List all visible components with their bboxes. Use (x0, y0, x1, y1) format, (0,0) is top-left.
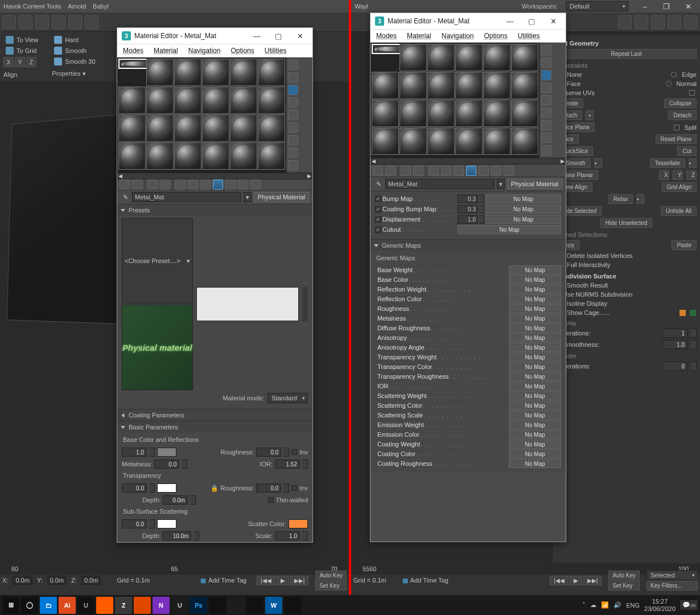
map-slot-button[interactable]: No Map (509, 362, 561, 371)
add-time-tag[interactable]: Add Time Tag (208, 577, 246, 584)
notification-icon[interactable]: 💬20 (680, 600, 698, 610)
go-parent-icon[interactable] (238, 179, 248, 190)
map-enable-checkbox[interactable] (375, 206, 381, 212)
map-slot-button[interactable]: No Map (485, 204, 561, 214)
taskbar-app-icon[interactable] (96, 597, 113, 614)
sample-slot[interactable] (483, 128, 510, 155)
show-end-result-icon[interactable] (225, 179, 236, 190)
menu-item[interactable]: Havok Content Tools (3, 3, 61, 10)
sss-depth-spinner[interactable]: 10.0m (163, 531, 191, 540)
tray-wifi-icon[interactable]: 📶 (601, 601, 609, 609)
set-key-button[interactable]: Set Key (315, 581, 347, 591)
toolbar-button[interactable] (668, 15, 681, 29)
put-to-scene-icon[interactable] (385, 166, 396, 176)
tessellate-settings-button[interactable]: ▪ (689, 158, 697, 168)
taskbar-app-icon[interactable]: Z (115, 597, 132, 614)
menu-options[interactable]: Options (484, 32, 507, 40)
map-slot-button[interactable]: No Map (509, 411, 561, 420)
sample-slot[interactable] (202, 59, 229, 86)
key-filters-button[interactable]: Key Filters... (647, 581, 698, 591)
sample-slot[interactable] (118, 142, 146, 170)
pick-material-icon[interactable]: ✎ (121, 192, 130, 202)
material-type-button[interactable]: Physical Material (254, 192, 309, 202)
map-slot-button[interactable]: No Map (509, 323, 561, 333)
menu-modes[interactable]: Modes (376, 32, 397, 40)
material-name-input[interactable]: Metal_Mat (385, 179, 495, 189)
sample-slot[interactable] (146, 142, 174, 170)
map-amount-spinner[interactable]: 1.0 (458, 215, 478, 224)
material-name-dropdown[interactable]: ▾ (497, 179, 505, 189)
map-amount-spinner[interactable]: 0.3 (458, 195, 478, 203)
video-check-icon[interactable] (541, 95, 551, 105)
auto-key-button[interactable]: Auto Key (608, 571, 640, 580)
put-to-scene-icon[interactable] (132, 179, 142, 190)
sample-slot[interactable] (230, 59, 257, 86)
subdivision-surface-header[interactable]: Subdivision Surface (556, 273, 697, 280)
sample-slot[interactable] (455, 128, 483, 155)
lock-icon[interactable]: 🔒 (211, 485, 219, 492)
x-button[interactable]: X (3, 57, 14, 67)
taskbar-app-icon[interactable]: U (171, 597, 188, 614)
map-enable-checkbox[interactable] (375, 196, 381, 202)
play-icon[interactable]: ▶ (277, 576, 289, 585)
spinner-buttons[interactable] (190, 495, 196, 505)
sample-slot[interactable] (258, 142, 285, 170)
menu-utilities[interactable]: Utilities (518, 32, 540, 40)
sample-slot[interactable] (511, 100, 538, 127)
toolbar-button[interactable] (635, 15, 648, 29)
sample-slot[interactable] (174, 59, 201, 86)
material-name-input[interactable]: Metal_Mat (132, 192, 241, 202)
maximize-button[interactable]: ▢ (270, 30, 286, 42)
sample-slot[interactable] (146, 114, 174, 142)
backlight-icon[interactable] (288, 72, 298, 83)
render-iterations-spinner[interactable]: 0 (662, 362, 687, 371)
inv-checkbox[interactable] (291, 449, 297, 455)
menu-material[interactable]: Material (154, 47, 178, 55)
close-button[interactable]: ✕ (680, 1, 697, 11)
planar-x-button[interactable]: X (659, 170, 669, 180)
close-button[interactable]: ✕ (292, 30, 308, 42)
spinner-buttons[interactable] (691, 340, 697, 349)
toolbar-button[interactable] (618, 15, 632, 29)
sample-slot[interactable] (372, 72, 399, 99)
sample-slot[interactable] (174, 114, 201, 142)
sample-slot[interactable] (146, 59, 174, 86)
sample-slot[interactable] (455, 72, 483, 99)
smooth-button[interactable]: Smooth (52, 46, 97, 55)
scatter-color-swatch[interactable] (289, 519, 308, 528)
go-sibling-icon[interactable] (250, 179, 261, 190)
taskbar-app-icon[interactable]: 🗀 (40, 597, 57, 614)
map-slot-button[interactable]: No Map (509, 430, 561, 439)
sss-scale-spinner[interactable]: 1.0 (275, 531, 300, 540)
trans-rough-spinner[interactable]: 0.0 (256, 483, 281, 493)
spinner-buttons[interactable] (182, 460, 187, 469)
sample-slot[interactable] (202, 142, 229, 170)
taskbar-app-icon[interactable] (284, 597, 301, 614)
map-slot-button[interactable]: No Map (509, 304, 561, 313)
map-slot-button[interactable]: No Map (509, 440, 561, 449)
x-input[interactable]: 0.0m (13, 576, 32, 585)
sample-slot[interactable] (455, 44, 483, 71)
toolbar-button[interactable] (35, 15, 49, 29)
material-id-channel-icon[interactable] (200, 179, 211, 190)
spinner-buttons[interactable] (283, 448, 289, 457)
spinner-buttons[interactable] (149, 448, 155, 457)
sample-slot[interactable] (427, 44, 455, 71)
spinner-buttons[interactable] (479, 195, 484, 203)
close-button[interactable]: ✕ (545, 15, 561, 27)
auto-key-button[interactable]: Auto Key (315, 571, 347, 580)
taskbar-app-icon[interactable] (246, 597, 263, 614)
menu-modes[interactable]: Modes (123, 47, 143, 55)
taskbar-app-icon[interactable] (209, 597, 226, 614)
options-icon[interactable] (541, 120, 551, 130)
sample-slot[interactable] (146, 87, 174, 114)
preserve-uvs-checkbox[interactable] (689, 90, 695, 96)
make-unique-icon[interactable] (429, 166, 439, 176)
map-amount-spinner[interactable]: 0.3 (458, 205, 478, 214)
backlight-icon[interactable] (541, 58, 551, 68)
sample-slot[interactable] (230, 87, 257, 114)
to-view-button[interactable]: To View (3, 35, 40, 44)
sample-slot[interactable] (230, 114, 257, 142)
edge-radio[interactable] (671, 72, 677, 77)
reset-plane-button[interactable]: Reset Plane (656, 134, 697, 144)
